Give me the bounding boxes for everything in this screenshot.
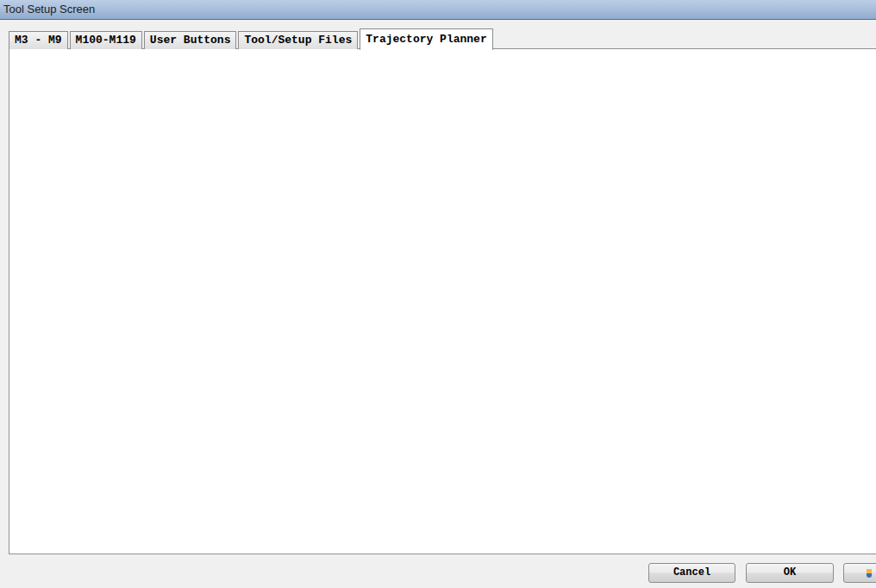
window-titlebar[interactable]: Tool Setup Screen <box>0 0 876 20</box>
tab-page-trajectory-planner <box>9 48 876 554</box>
tab-user-buttons[interactable]: User Buttons <box>144 31 237 49</box>
cancel-button[interactable]: Cancel <box>648 563 735 583</box>
tab-trajectory-planner[interactable]: Trajectory Planner <box>360 28 492 50</box>
tab-strip: M3 - M9 M100-M119 User Buttons Tool/Setu… <box>9 28 495 49</box>
ok-button[interactable]: OK <box>746 563 834 583</box>
window-title: Tool Setup Screen <box>3 3 95 16</box>
tab-m100-m119[interactable]: M100-M119 <box>70 31 142 49</box>
tab-m3-m9[interactable]: M3 - M9 <box>9 31 68 49</box>
partial-button[interactable] <box>843 563 876 583</box>
shield-icon <box>867 569 872 578</box>
tab-tool-setup-files[interactable]: Tool/Setup Files <box>238 31 358 49</box>
